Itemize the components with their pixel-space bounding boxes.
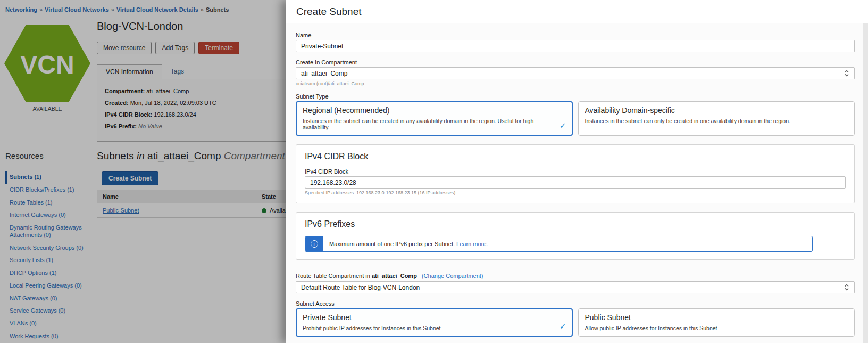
ipv6-section-heading: IPv6 Prefixes bbox=[305, 219, 846, 229]
private-subnet-card[interactable]: Private Subnet Prohibit public IP addres… bbox=[296, 308, 573, 337]
ipv6-prefixes-section: IPv6 Prefixes i Maximum amount of one IP… bbox=[296, 212, 855, 260]
subnet-type-cards: Regional (Recommended) Instances in the … bbox=[296, 101, 855, 136]
modal-dim-overlay bbox=[0, 0, 286, 343]
name-field-label: Name bbox=[296, 32, 855, 38]
subnet-type-regional-card[interactable]: Regional (Recommended) Instances in the … bbox=[296, 101, 573, 136]
card-description: Prohibit public IP addresses for Instanc… bbox=[303, 325, 566, 331]
banner-message: Maximum amount of one IPv6 prefix per Su… bbox=[329, 241, 455, 247]
route-label-compartment: ati_attaei_Comp bbox=[372, 273, 417, 279]
panel-title: Create Subnet bbox=[296, 6, 362, 18]
subnet-access-label: Subnet Access bbox=[296, 300, 855, 307]
ipv4-field-label: IPv4 CIDR Block bbox=[305, 168, 846, 175]
card-title: Availability Domain-specific bbox=[585, 106, 848, 115]
card-description: Allow public IP addresses for Instances … bbox=[585, 325, 848, 331]
ipv4-section-heading: IPv4 CIDR Block bbox=[305, 152, 846, 161]
route-table-select-value: Default Route Table for Blog-VCN-London bbox=[301, 284, 420, 291]
learn-more-link[interactable]: Learn more. bbox=[456, 241, 488, 247]
vcn-details-page: Networking»Virtual Cloud Networks»Virtua… bbox=[0, 0, 286, 343]
panel-body: Name Create In Compartment ati_attaei_Co… bbox=[286, 23, 868, 343]
card-description: Instances in the subnet can be created i… bbox=[303, 118, 566, 130]
compartment-select[interactable]: ati_attaei_Comp bbox=[296, 67, 855, 79]
selected-check-icon: ✓ bbox=[560, 121, 566, 130]
compartment-field-label: Create In Compartment bbox=[296, 59, 855, 66]
info-icon: i bbox=[305, 236, 323, 251]
panel-scrollbar[interactable] bbox=[863, 23, 868, 343]
select-caret-icon bbox=[844, 283, 849, 291]
subnet-access-cards: Private Subnet Prohibit public IP addres… bbox=[296, 308, 855, 337]
subnet-name-input[interactable] bbox=[296, 40, 855, 52]
route-table-select[interactable]: Default Route Table for Blog-VCN-London bbox=[296, 281, 855, 293]
compartment-select-value: ati_attaei_Comp bbox=[301, 70, 347, 77]
card-title: Regional (Recommended) bbox=[303, 106, 566, 115]
public-subnet-card[interactable]: Public Subnet Allow public IP addresses … bbox=[578, 308, 855, 337]
oci-console-screen: Networking»Virtual Cloud Networks»Virtua… bbox=[0, 0, 868, 343]
change-compartment-link[interactable]: (Change Compartment) bbox=[422, 273, 483, 279]
ipv4-cidr-input[interactable] bbox=[305, 176, 846, 189]
card-title: Public Subnet bbox=[585, 313, 848, 322]
route-table-label: Route Table Compartment in ati_attaei_Co… bbox=[296, 273, 855, 279]
compartment-path-helper: ociateam (root)/ati_attaei_Comp bbox=[296, 81, 855, 86]
select-caret-icon bbox=[844, 69, 849, 77]
selected-check-icon: ✓ bbox=[560, 322, 566, 331]
ipv4-helper-text: Specified IP addresses: 192.168.23.0-192… bbox=[305, 190, 846, 195]
ipv4-cidr-section: IPv4 CIDR Block IPv4 CIDR Block Specifie… bbox=[296, 144, 855, 203]
subnet-type-label: Subnet Type bbox=[296, 93, 855, 100]
card-title: Private Subnet bbox=[303, 313, 566, 322]
panel-header: Create Subnet bbox=[286, 0, 868, 23]
subnet-type-ad-specific-card[interactable]: Availability Domain-specific Instances i… bbox=[578, 101, 855, 136]
card-description: Instances in the subnet can only be crea… bbox=[585, 118, 848, 124]
create-subnet-panel: Create Subnet Name Create In Compartment… bbox=[286, 0, 868, 343]
route-label-prefix: Route Table Compartment in bbox=[296, 273, 370, 279]
ipv6-info-banner: i Maximum amount of one IPv6 prefix per … bbox=[305, 236, 813, 252]
